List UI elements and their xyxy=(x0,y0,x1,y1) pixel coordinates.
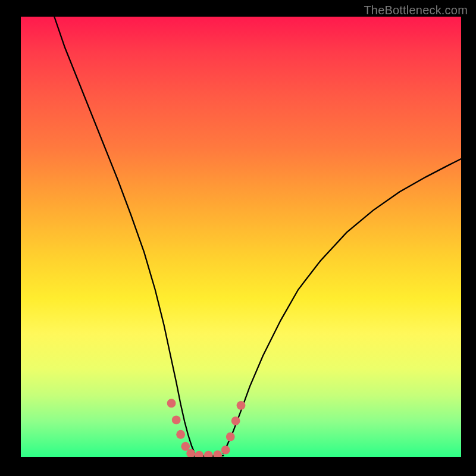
right-curve xyxy=(223,159,461,453)
marker-dot xyxy=(176,430,185,439)
marker-dot xyxy=(231,416,240,425)
marker-dot xyxy=(181,442,190,451)
left-curve xyxy=(54,17,195,453)
marker-dot xyxy=(167,399,176,408)
marker-dot xyxy=(204,451,213,457)
plot-area xyxy=(21,17,461,457)
marker-dot xyxy=(195,451,203,457)
marker-dot xyxy=(213,450,222,457)
curves-svg xyxy=(21,17,461,457)
salmon-markers xyxy=(167,399,246,457)
watermark-text: TheBottleneck.com xyxy=(364,4,468,17)
marker-dot xyxy=(221,446,230,455)
marker-dot xyxy=(237,401,246,410)
marker-dot xyxy=(172,415,181,424)
chart-frame: TheBottleneck.com xyxy=(0,0,476,476)
marker-dot xyxy=(226,433,235,441)
